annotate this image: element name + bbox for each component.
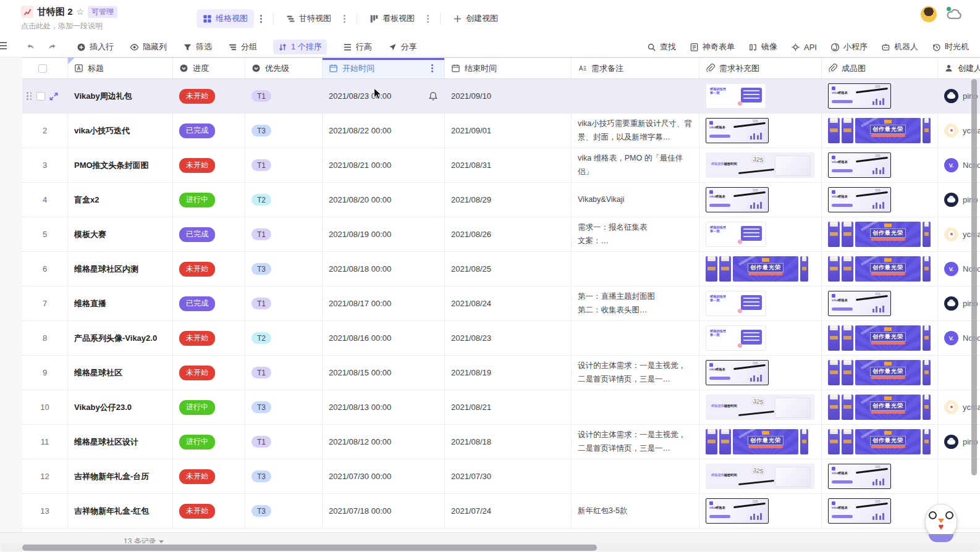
undo-icon[interactable] <box>26 43 35 52</box>
cell-start-date[interactable]: 2021/08/20 00:00 <box>323 183 445 217</box>
cell-title[interactable]: 维格直播 <box>68 286 173 320</box>
cell-priority[interactable]: T3 <box>245 390 323 424</box>
cell-start-date[interactable]: 2021/08/16 00:00 <box>323 321 445 355</box>
cell-title[interactable]: Vikaby周边礼包 <box>68 79 173 113</box>
column-header-end[interactable]: 结束时间 <box>445 58 572 78</box>
cell-start-date[interactable]: 2021/08/19 00:00 <box>323 217 445 251</box>
table-row[interactable]: Vikaby周边礼包 未开始 T1 2021/08/23 00:00 2021/… <box>22 79 980 114</box>
cell-start-date[interactable]: 2021/08/15 00:00 <box>323 356 445 390</box>
cell-note[interactable] <box>572 459 699 493</box>
table-row[interactable]: 5 模板大赛 已完成 T1 2021/08/19 00:00 2021/08/2… <box>22 217 980 252</box>
table-row[interactable]: 10 Vikaby公仔23.0 进行中 T3 2021/08/13 00:00 … <box>22 390 980 425</box>
cell-note[interactable]: 设计的主体需求：一是主视觉，二是首页详情页，三是一… <box>572 425 699 459</box>
attachment-thumbnail[interactable]: 维格训练营第一期 <box>706 222 766 247</box>
cell-end-date[interactable]: 2021/07/24 <box>445 494 572 528</box>
table-row[interactable]: 7 维格直播 已完成 T1 2021/08/17 00:00 2021/08/2… <box>22 286 980 321</box>
column-header-fin[interactable]: 成品图 <box>822 58 938 78</box>
attachment-thumbnail[interactable]: 325 vika维格表 <box>706 118 769 143</box>
cell-status[interactable]: 未开始 <box>173 459 245 493</box>
row-head[interactable]: 7 <box>22 286 68 320</box>
cell-start-date[interactable]: 2021/07/30 00:00 <box>323 459 445 493</box>
cell-note[interactable] <box>572 79 699 113</box>
cell-requirement-images[interactable]: 创作最光荣 <box>699 425 822 459</box>
cell-requirement-images[interactable]: 325 vika维格表 <box>699 356 822 390</box>
menu-hamburger-icon[interactable] <box>0 42 7 49</box>
redo-icon[interactable] <box>48 43 57 52</box>
cell-priority[interactable]: T1 <box>245 356 323 390</box>
cell-final-images[interactable]: 创作最光荣 <box>822 321 938 355</box>
mascot-helper-button[interactable]: ♥ <box>923 503 959 542</box>
cell-end-date[interactable]: 2021/08/19 <box>445 356 572 390</box>
tab-create-view[interactable]: 创建视图 <box>447 9 504 28</box>
user-avatar[interactable] <box>921 6 937 22</box>
cell-end-date[interactable]: 2021/08/25 <box>445 252 572 286</box>
attachment-thumbnail[interactable]: 325 vika维格表 <box>828 83 891 109</box>
toolbar-mirror[interactable]: 镜像 <box>748 41 777 52</box>
cell-requirement-images[interactable]: 325 vika维格表 <box>699 494 822 528</box>
cell-title[interactable]: 维格星球社区设计 <box>68 425 173 459</box>
cell-priority[interactable]: T3 <box>245 114 323 148</box>
toolbar-robot[interactable]: 机器人 <box>881 41 918 52</box>
row-head[interactable]: 3 <box>22 148 68 182</box>
attachment-thumbnail[interactable]: 325 vika维格表 <box>828 291 891 316</box>
attachment-thumbnail[interactable]: 创作最光荣 <box>828 429 931 454</box>
cell-final-images[interactable]: 325 vika维格表 <box>822 79 938 113</box>
cell-start-date[interactable]: 2021/08/13 00:00 <box>323 390 445 424</box>
attachment-thumbnail[interactable]: 创作最光荣 <box>706 429 808 454</box>
cell-title[interactable]: 盲盒x2 <box>68 183 173 217</box>
row-head[interactable]: 9 <box>22 356 68 390</box>
table-row[interactable]: 12 吉祥物新年礼盒-台历 未开始 T3 2021/07/30 00:00 20… <box>22 459 980 494</box>
attachment-thumbnail[interactable]: 维格训练营第一期 <box>706 291 766 316</box>
cell-end-date[interactable]: 2021/09/10 <box>445 79 572 113</box>
cell-final-images[interactable]: 创作最光荣 <box>822 390 938 424</box>
toolbar-row-height[interactable]: 行高 <box>343 41 372 52</box>
cell-title[interactable]: 吉祥物新年礼盒-台历 <box>68 459 173 493</box>
toolbar-filter[interactable]: 筛选 <box>183 41 212 52</box>
table-row[interactable]: 11 维格星球社区设计 进行中 T1 2021/08/12 00:00 2021… <box>22 425 980 459</box>
cell-final-images[interactable]: 创作最光荣 <box>822 252 938 286</box>
row-head[interactable] <box>22 79 68 113</box>
cell-end-date[interactable]: 2021/08/31 <box>445 148 572 182</box>
cell-final-images[interactable]: 创作最光荣 <box>822 356 938 390</box>
attachment-thumbnail[interactable]: 创作最光荣 <box>828 325 931 351</box>
cell-title[interactable]: 维格星球社区 <box>68 356 173 390</box>
attachment-thumbnail[interactable]: 325 vika维格表 <box>828 153 891 178</box>
tab-view-2[interactable]: 看板视图 <box>363 9 421 28</box>
cell-end-date[interactable]: 2021/08/18 <box>445 425 572 459</box>
cell-status[interactable]: 进行中 <box>173 390 245 424</box>
cell-priority[interactable]: T1 <box>245 79 323 113</box>
cell-title[interactable]: 吉祥物新年礼盒-红包 <box>68 494 173 528</box>
cell-start-date[interactable]: 2021/08/18 00:00 <box>323 252 445 286</box>
column-header-start[interactable]: 开始时间 <box>323 58 445 78</box>
attachment-thumbnail[interactable]: 维格星球秘密时间 325 <box>706 153 814 178</box>
horizontal-scrollbar-thumb[interactable] <box>22 545 597 551</box>
expand-record-icon[interactable] <box>49 92 58 101</box>
cell-requirement-images[interactable]: 维格训练营第一期 <box>699 321 822 355</box>
cell-priority[interactable]: T3 <box>245 459 323 493</box>
cell-requirement-images[interactable]: 维格训练营第一期 <box>699 286 822 320</box>
cell-priority[interactable]: T3 <box>245 494 323 528</box>
cell-requirement-images[interactable]: 维格星球秘密时间 325 <box>699 148 822 182</box>
cell-requirement-images[interactable]: 维格星球秘密时间 325 <box>699 459 822 493</box>
cell-requirement-images[interactable]: 325 vika维格表 <box>699 183 822 217</box>
row-head[interactable]: 10 <box>22 390 68 424</box>
attachment-thumbnail[interactable]: 维格星球秘密时间 325 <box>706 464 814 489</box>
cell-start-date[interactable]: 2021/08/17 00:00 <box>323 286 445 320</box>
cell-requirement-images[interactable]: 维格星球秘密时间 325 <box>699 390 822 424</box>
cell-status[interactable]: 进行中 <box>173 425 245 459</box>
cell-start-date[interactable]: 2021/07/18 00:00 <box>323 494 445 528</box>
cell-start-date[interactable]: 2021/08/22 00:00 <box>323 114 445 148</box>
cell-requirement-images[interactable]: 维格训练营第一期 <box>699 217 822 251</box>
cell-start-date[interactable]: 2021/08/23 00:00 <box>323 79 445 113</box>
tab-view-1[interactable]: 甘特视图 <box>280 9 337 28</box>
cell-end-date[interactable]: 2021/08/23 <box>445 321 572 355</box>
cell-final-images[interactable]: 325 vika维格表 <box>822 183 938 217</box>
column-header-rowhead[interactable] <box>22 58 68 78</box>
tab-view-0[interactable]: 维格视图 <box>196 9 254 28</box>
cell-note[interactable]: vika 维格表，PMO 的「最佳伴侣」 <box>572 148 699 182</box>
select-all-checkbox[interactable] <box>38 64 47 73</box>
toolbar-insert-row[interactable]: 插入行 <box>77 41 114 52</box>
cell-note[interactable] <box>572 390 699 424</box>
cell-final-images[interactable]: 创作最光荣 <box>822 217 938 251</box>
toolbar-search[interactable]: 查找 <box>647 41 676 52</box>
